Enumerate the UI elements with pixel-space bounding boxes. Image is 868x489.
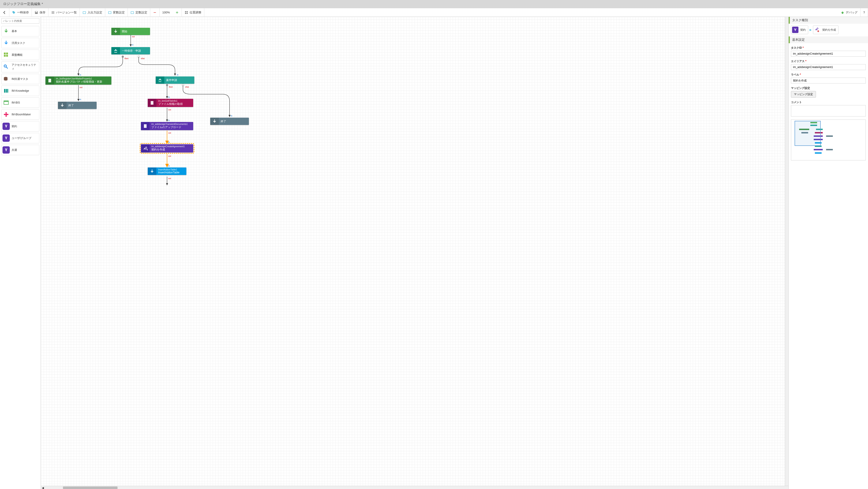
palette-item-label: IM-Knowledge xyxy=(11,89,29,92)
port-in: in xyxy=(168,96,170,98)
node-end2[interactable]: 終了 xyxy=(210,118,249,125)
zoom-level: 100% xyxy=(160,8,173,17)
palette-panel: 基本 汎用タスク 基盤機能 アクセスセキュリティ IM共通マスタ IM-Know… xyxy=(0,17,41,489)
palette-item-knowledge[interactable]: IM-Knowledge xyxy=(1,86,39,96)
chevron-right-icon: ▶ xyxy=(810,28,812,31)
horizontal-scrollbar[interactable]: ◀ xyxy=(41,486,788,489)
const-settings-button[interactable]: 定数設定 xyxy=(128,8,150,17)
svg-rect-26 xyxy=(7,89,8,93)
palette-item-contract[interactable]: 契約 xyxy=(1,121,39,132)
port-out: out xyxy=(168,109,171,111)
svg-rect-13 xyxy=(185,13,186,14)
plus-icon xyxy=(175,11,179,15)
node-label: 契約名案件プロパティ情報登録・更新 xyxy=(56,80,110,84)
folder-icon xyxy=(108,11,112,15)
svg-rect-24 xyxy=(4,89,5,93)
end-icon xyxy=(58,102,67,109)
svg-rect-39 xyxy=(151,101,153,105)
folder-icon xyxy=(130,11,134,15)
zoom-in-button[interactable] xyxy=(173,8,182,17)
svg-rect-51 xyxy=(814,149,823,150)
debug-button[interactable]: デバッグ xyxy=(838,8,861,17)
type-badge-create[interactable]: 契約を作成 xyxy=(813,26,838,34)
port-else: else xyxy=(185,86,189,88)
palette-search-input[interactable] xyxy=(1,18,39,24)
comment-textarea[interactable] xyxy=(791,105,866,116)
node-get-fileinfo[interactable]: im_bmGetFileInfo1ファイル情報の取得 xyxy=(148,99,193,107)
var-settings-button[interactable]: 変数設定 xyxy=(105,8,128,17)
port-then: then xyxy=(125,57,129,60)
basic-settings-title: 基本設定 xyxy=(789,36,868,43)
palette-item-usergroup[interactable]: ユーザ/グループ xyxy=(1,133,39,143)
properties-panel: タスク種別 契約 ▶ 契約を作成 基本設定 タスクID * エイリアス * ラベ… xyxy=(788,17,868,489)
svg-point-29 xyxy=(5,114,7,115)
palette-item-bloom[interactable]: IM-BloomMaker xyxy=(1,109,39,120)
tag-icon xyxy=(12,11,16,15)
vertical-scrollbar[interactable] xyxy=(785,17,788,486)
version-list-button[interactable]: バージョン一覧 xyxy=(49,8,80,17)
palette-item-basic[interactable]: 基本 xyxy=(1,26,39,36)
svg-rect-6 xyxy=(108,11,111,13)
io-settings-button[interactable]: 入出力設定 xyxy=(80,8,105,17)
minus-icon xyxy=(153,11,157,15)
node-start[interactable]: 開始 xyxy=(112,28,150,35)
svg-point-36 xyxy=(166,84,168,86)
comment-label: コメント xyxy=(791,99,866,105)
node-label: 終了 xyxy=(221,119,247,123)
label-input[interactable] xyxy=(791,78,866,84)
palette-item-security[interactable]: アクセスセキュリティ xyxy=(1,61,39,73)
svg-rect-53 xyxy=(826,135,833,137)
port-in: in xyxy=(80,74,81,76)
svg-rect-7 xyxy=(131,11,134,13)
port-in: in xyxy=(231,115,232,117)
palette-item-bis[interactable]: IM-BIS xyxy=(1,97,39,108)
type-badge-label: 契約を作成 xyxy=(822,28,836,32)
file-icon xyxy=(148,99,156,107)
node-bis-register[interactable]: im_bisRegisterUserMatterProperty1契約名案件プロ… xyxy=(45,77,112,85)
temp-save-button[interactable]: 一時保存 xyxy=(9,8,32,17)
node-insert-addon[interactable]: InsertAddonTable1InsertAddonTable xyxy=(148,168,186,175)
arrow-left-icon xyxy=(3,11,6,15)
bug-icon xyxy=(841,11,844,15)
canvas-area[interactable]: 開始 out in 一時保存・申請 then else im_bisRegist… xyxy=(41,17,788,489)
palette-item-master[interactable]: IM共通マスタ xyxy=(1,74,39,84)
svg-rect-52 xyxy=(815,152,822,153)
save-label: 保存 xyxy=(39,10,45,15)
port-in: in xyxy=(168,165,170,167)
node-label: 案件申請 xyxy=(166,78,192,82)
palette-item-generic[interactable]: 汎用タスク xyxy=(1,38,39,48)
back-button[interactable] xyxy=(0,8,9,17)
svg-rect-25 xyxy=(6,89,7,93)
palette-item-platform[interactable]: 基盤機能 xyxy=(1,50,39,60)
node-transient-docs[interactable]: im_adobesignTransientDocuments1ファイルのアップロ… xyxy=(141,122,193,130)
signature-plus-icon xyxy=(814,27,820,33)
node-label: InsertAddonTable xyxy=(158,171,185,174)
database-icon xyxy=(3,76,9,82)
position-adjust-button[interactable]: 位置調整 xyxy=(182,8,204,17)
node-tempsave-apply[interactable]: 一時保存・申請 xyxy=(112,47,150,54)
mapping-button[interactable]: マッピング設定 xyxy=(791,91,816,97)
save-button[interactable]: 保存 xyxy=(32,8,49,17)
adobe-icon xyxy=(792,27,799,33)
minimap[interactable] xyxy=(791,119,866,161)
zoom-out-button[interactable] xyxy=(150,8,160,17)
svg-point-15 xyxy=(842,11,843,14)
list-icon xyxy=(51,11,55,15)
type-badge-contract[interactable]: 契約 xyxy=(791,26,808,34)
node-end1[interactable]: 終了 xyxy=(58,102,97,109)
task-id-input[interactable] xyxy=(791,51,866,57)
node-case-apply[interactable]: 案件申請 xyxy=(156,77,194,84)
alias-input[interactable] xyxy=(791,64,866,70)
svg-rect-40 xyxy=(144,124,147,128)
help-label: ? xyxy=(863,11,865,14)
port-out: out xyxy=(132,35,135,38)
node-create-agreement[interactable]: im_adobesignCreateAgreement1契約を作成 xyxy=(141,144,193,152)
palette-item-common[interactable]: 共通 xyxy=(1,145,39,155)
help-button[interactable]: ? xyxy=(861,8,868,17)
palette-item-label: IM-BIS xyxy=(11,101,20,104)
branch-icon xyxy=(112,47,120,54)
palette-item-label: アクセスセキュリティ xyxy=(11,63,38,71)
port-else: else xyxy=(141,57,145,60)
node-title: im_bmGetFileInfo1 xyxy=(158,100,191,102)
alias-label: エイリアス * xyxy=(791,58,866,64)
